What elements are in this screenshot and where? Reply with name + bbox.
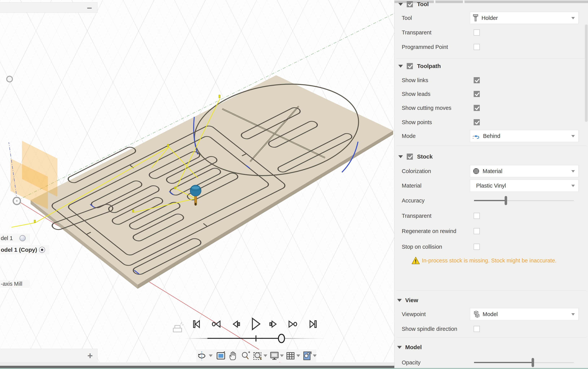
show-links-checkbox[interactable] (474, 77, 480, 83)
section-header-view[interactable]: View (395, 295, 588, 306)
orbit-icon[interactable] (197, 351, 207, 361)
previous-operation-button[interactable] (211, 318, 222, 331)
show-leads-checkbox[interactable] (474, 91, 480, 97)
step-forward-button[interactable] (267, 318, 279, 331)
mode-dropdown[interactable]: Behind (470, 130, 578, 142)
collapse-triangle-icon[interactable] (397, 346, 402, 349)
mode-row: Mode Behind (395, 130, 588, 142)
look-at-icon[interactable] (216, 351, 226, 361)
toolpath-section-checkbox[interactable] (407, 63, 413, 69)
setup-row-model1[interactable]: del 1 (0, 234, 30, 243)
transparent-row: Transparent (395, 26, 588, 39)
tool-holder-icon (473, 14, 478, 22)
timeline-elapsed (208, 338, 282, 339)
viewports-icon[interactable] (303, 351, 313, 361)
window-zoom-icon[interactable] (253, 351, 263, 361)
go-to-start-button[interactable] (191, 318, 202, 331)
show-leads-label: Show leads (402, 91, 430, 97)
collapsed-panel-bottom[interactable]: + (0, 349, 97, 362)
navigation-toolbar (196, 349, 316, 362)
setup-row-model1-copy[interactable]: odel 1 (Copy) (0, 245, 49, 254)
regenerate-on-rewind-row: Regenerate on rewind (395, 225, 588, 237)
show-spindle-direction-label: Show spindle direction (402, 326, 457, 332)
material-value: Plastic Vinyl (476, 183, 506, 189)
step-back-button[interactable] (231, 318, 242, 331)
mode-value: Behind (483, 133, 500, 139)
chevron-down-icon (571, 17, 575, 19)
show-points-checkbox[interactable] (474, 119, 480, 125)
stock-plate[interactable] (31, 75, 393, 285)
toolpath-mode-icon (473, 133, 480, 139)
section-header-tool[interactable]: Tool (395, 0, 588, 10)
display-settings-icon[interactable] (270, 351, 279, 361)
orbit-dropdown-caret[interactable] (209, 354, 213, 357)
regenerate-on-rewind-label: Regenerate on rewind (402, 228, 456, 234)
slider-handle[interactable] (505, 196, 507, 205)
section-header-stock[interactable]: Stock (395, 151, 588, 162)
tool-dropdown[interactable]: Holder (470, 12, 578, 24)
collapse-triangle-icon[interactable] (397, 299, 402, 302)
status-strip (0, 362, 394, 366)
stock-transfer-icon (171, 322, 185, 333)
machine-label: -axis Mill (0, 279, 24, 288)
transparent-label: Transparent (402, 30, 431, 36)
show-leads-row: Show leads (395, 88, 588, 100)
colorization-value: Material (483, 168, 502, 174)
pan-icon[interactable] (228, 351, 238, 361)
section-title: View (405, 297, 418, 303)
collapse-triangle-icon[interactable] (398, 155, 403, 158)
stop-on-collision-checkbox[interactable] (474, 244, 480, 250)
stock-transparent-checkbox[interactable] (474, 213, 480, 219)
show-spindle-direction-row: Show spindle direction (395, 323, 588, 335)
section-header-toolpath[interactable]: Toolpath (395, 61, 588, 71)
chevron-down-icon (571, 185, 575, 187)
viewports-dropdown-caret[interactable] (313, 354, 317, 357)
slider-handle[interactable] (532, 358, 534, 367)
show-points-label: Show points (402, 119, 432, 126)
plus-icon[interactable]: + (87, 350, 93, 361)
go-to-end-button[interactable] (307, 318, 319, 331)
machine-label-row: -axis Mill (0, 280, 30, 288)
stock-warning-row: In-process stock is missing. Stock might… (395, 256, 588, 265)
opacity-slider[interactable] (474, 356, 574, 369)
display-settings-dropdown-caret[interactable] (280, 354, 284, 357)
collapsed-panel-top[interactable]: − (0, 2, 97, 13)
collapse-triangle-icon[interactable] (398, 65, 403, 68)
window-zoom-dropdown-caret[interactable] (263, 354, 267, 357)
programmed-point-checkbox[interactable] (474, 44, 480, 50)
timeline-tick (255, 335, 256, 341)
simulation-timeline[interactable] (180, 332, 333, 346)
show-cutting-moves-checkbox[interactable] (474, 105, 480, 111)
accuracy-row: Accuracy (395, 194, 588, 207)
transparent-checkbox[interactable] (474, 30, 480, 36)
regenerate-on-rewind-checkbox[interactable] (474, 228, 480, 234)
chevron-down-icon (571, 313, 575, 316)
minus-icon[interactable]: − (87, 3, 92, 13)
tool-section-checkbox[interactable] (407, 1, 413, 7)
3d-viewport[interactable]: del 1 odel 1 (Copy) -axis Mill − + (0, 0, 394, 369)
section-header-model[interactable]: Model (395, 342, 588, 353)
grid-display-icon[interactable] (286, 351, 295, 361)
show-points-row: Show points (395, 116, 588, 128)
show-spindle-direction-checkbox[interactable] (474, 326, 480, 332)
viewpoint-dropdown[interactable]: Model (470, 308, 578, 320)
colorization-dropdown[interactable]: Material (470, 165, 578, 177)
setup-radio-selected[interactable] (39, 247, 45, 253)
setup-radio-unselected[interactable] (20, 235, 26, 241)
collapse-triangle-icon[interactable] (398, 3, 403, 6)
colorization-label: Colorization (402, 168, 431, 174)
section-title: Stock (417, 153, 433, 160)
timeline-handle[interactable] (278, 334, 284, 343)
viewpoint-row: Viewpoint Model (395, 308, 588, 320)
accuracy-slider[interactable] (474, 194, 574, 207)
stock-section-checkbox[interactable] (407, 154, 413, 160)
next-operation-button[interactable] (287, 318, 298, 331)
model-cubes-icon (473, 310, 480, 318)
material-row: Material Plastic Vinyl (395, 180, 588, 192)
material-dropdown[interactable]: Plastic Vinyl (470, 180, 578, 192)
grid-dropdown-caret[interactable] (296, 354, 300, 357)
tool-row: Tool Holder (395, 12, 588, 24)
zoom-icon[interactable] (241, 351, 250, 361)
play-button[interactable] (248, 316, 262, 332)
material-label: Material (402, 183, 421, 189)
